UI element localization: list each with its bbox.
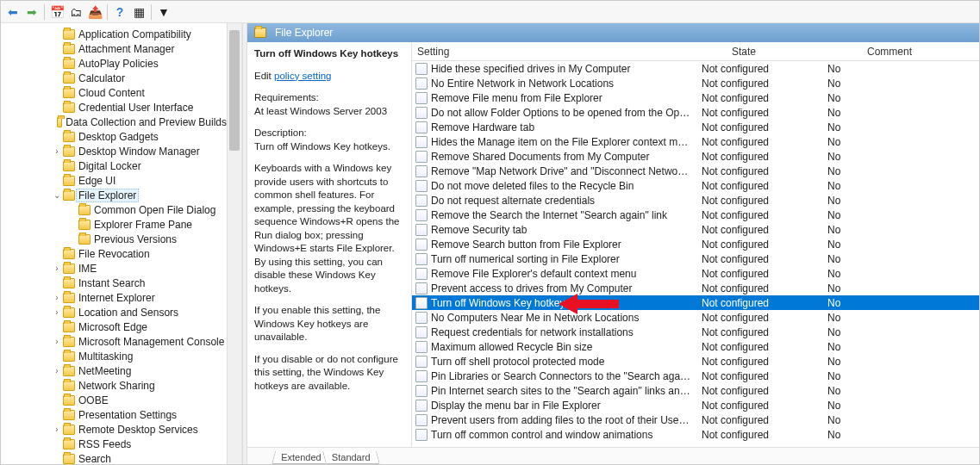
tree-item[interactable]: ·Desktop Gadgets: [53, 129, 227, 144]
scrollbar-thumb[interactable]: [229, 30, 240, 151]
tree-item[interactable]: ·Data Collection and Preview Builds: [53, 115, 227, 129]
content: Turn off Windows Key hotkeys Edit policy…: [247, 42, 979, 447]
col-setting[interactable]: Setting: [412, 46, 688, 58]
edit-policy-link[interactable]: policy setting: [274, 71, 331, 81]
settings-row[interactable]: Pin Internet search sites to the "Search…: [412, 383, 979, 398]
folder-icon: [63, 146, 75, 157]
tree-item[interactable]: ·Credential User Interface: [53, 100, 227, 115]
settings-row[interactable]: Remove Security tabNot configuredNo: [412, 222, 979, 237]
help-icon[interactable]: ?: [111, 3, 128, 21]
settings-row[interactable]: Remove Search button from File ExplorerN…: [412, 237, 979, 251]
tab-standard[interactable]: Standard: [322, 451, 380, 464]
chevron-right-icon[interactable]: ›: [53, 425, 61, 434]
policy-icon: [415, 107, 428, 119]
tree-item[interactable]: ›IME: [53, 261, 227, 276]
tree-item[interactable]: ›Microsoft Management Console: [53, 334, 227, 349]
setting-state: Not configured: [691, 356, 803, 368]
chevron-right-icon[interactable]: ›: [53, 366, 61, 375]
folder-icon: [63, 278, 75, 288]
chevron-right-icon[interactable]: ›: [53, 337, 61, 346]
setting-comment: No: [803, 165, 979, 177]
settings-row[interactable]: Request credentials for network installa…: [412, 325, 979, 339]
policy-icon: [415, 165, 428, 177]
tree-item[interactable]: ·Attachment Manager: [53, 41, 227, 56]
tree-item[interactable]: ·Edge UI: [53, 173, 227, 188]
policy-icon: [415, 268, 428, 280]
setting-state: Not configured: [691, 121, 803, 133]
settings-row[interactable]: Hide these specified drives in My Comput…: [412, 61, 979, 76]
settings-row[interactable]: Turn off shell protocol protected modeNo…: [412, 354, 979, 369]
tree-item[interactable]: ·File Revocation: [53, 246, 227, 261]
tree-item[interactable]: ·Cloud Content: [53, 85, 227, 100]
settings-row[interactable]: Remove the Search the Internet "Search a…: [412, 208, 979, 222]
tree-item[interactable]: ›Desktop Window Manager: [53, 144, 227, 158]
export-icon[interactable]: 📤: [86, 3, 103, 21]
tree-item[interactable]: ›Internet Explorer: [53, 290, 227, 305]
tree-item-label: Desktop Gadgets: [78, 131, 159, 143]
tree-item[interactable]: ·Application Compatibility: [53, 27, 227, 41]
col-comment[interactable]: Comment: [800, 46, 979, 58]
props-icon[interactable]: 🗂: [67, 3, 84, 21]
table-icon[interactable]: ▦: [130, 3, 147, 21]
tree-item[interactable]: ·Common Open File Dialog: [53, 202, 227, 217]
setting-comment: No: [803, 326, 979, 338]
settings-row[interactable]: No Entire Network in Network LocationsNo…: [412, 76, 979, 90]
setting-state: Not configured: [691, 165, 803, 177]
settings-row[interactable]: Remove Hardware tabNot configuredNo: [412, 120, 979, 134]
tree-item[interactable]: ⌄File Explorer: [53, 188, 227, 202]
tree-item[interactable]: ›NetMeeting: [53, 363, 227, 378]
settings-row[interactable]: Do not allow Folder Options to be opened…: [412, 105, 979, 120]
tree-item[interactable]: ·Instant Search: [53, 276, 227, 290]
chevron-right-icon[interactable]: ›: [53, 293, 61, 302]
tree-scrollbar[interactable]: [227, 23, 241, 464]
settings-row[interactable]: Pin Libraries or Search Connectors to th…: [412, 369, 979, 383]
filter-icon[interactable]: ▼: [155, 3, 172, 21]
setting-comment: No: [803, 63, 979, 75]
setting-title: Turn off Windows Key hotkeys: [254, 47, 404, 61]
tree-item[interactable]: ·Network Sharing: [53, 378, 227, 393]
settings-row[interactable]: Turn off numerical sorting in File Explo…: [412, 251, 979, 266]
back-icon[interactable]: ⬅: [4, 3, 22, 21]
tree-item[interactable]: ·Digital Locker: [53, 158, 227, 173]
settings-row[interactable]: Prevent access to drives from My Compute…: [412, 281, 979, 295]
chevron-right-icon[interactable]: ›: [53, 307, 61, 317]
tree-item[interactable]: ·Search: [53, 451, 227, 464]
settings-row[interactable]: Remove File menu from File ExplorerNot c…: [412, 90, 979, 105]
policy-icon: [415, 180, 428, 192]
settings-row[interactable]: No Computers Near Me in Network Location…: [412, 310, 979, 325]
settings-row[interactable]: Do not move deleted files to the Recycle…: [412, 178, 979, 193]
settings-row[interactable]: Remove "Map Network Drive" and "Disconne…: [412, 164, 979, 178]
setting-comment: No: [803, 253, 979, 265]
settings-row[interactable]: Display the menu bar in File ExplorerNot…: [412, 398, 979, 412]
forward-icon[interactable]: ➡: [23, 3, 41, 21]
tree-item[interactable]: ·Multitasking: [53, 349, 227, 363]
tab-extended[interactable]: Extended: [272, 451, 331, 464]
settings-row[interactable]: Do not request alternate credentialsNot …: [412, 193, 979, 208]
settings-list[interactable]: Hide these specified drives in My Comput…: [412, 61, 979, 447]
chevron-right-icon[interactable]: ›: [53, 264, 61, 273]
settings-row[interactable]: Maximum allowed Recycle Bin sizeNot conf…: [412, 339, 979, 354]
settings-row[interactable]: Turn off Windows Key hotkeysNot configur…: [412, 295, 979, 310]
settings-row[interactable]: Hides the Manage item on the File Explor…: [412, 134, 979, 149]
tree-item[interactable]: ·RSS Feeds: [53, 437, 227, 451]
setting-state: Not configured: [691, 370, 803, 382]
tree-item[interactable]: ›Location and Sensors: [53, 305, 227, 319]
settings-row[interactable]: Remove File Explorer's default context m…: [412, 266, 979, 281]
chevron-down-icon[interactable]: ⌄: [53, 190, 61, 200]
settings-row[interactable]: Prevent users from adding files to the r…: [412, 412, 979, 427]
tree-item-label: Search: [78, 453, 111, 465]
col-state[interactable]: State: [688, 46, 800, 58]
tree-item[interactable]: ·Presentation Settings: [53, 407, 227, 422]
tree-item[interactable]: ·Explorer Frame Pane: [53, 217, 227, 232]
tree-item[interactable]: ·AutoPlay Policies: [53, 56, 227, 71]
tree-item[interactable]: ›Remote Desktop Services: [53, 422, 227, 437]
nav-tree[interactable]: ·Application Compatibility·Attachment Ma…: [1, 23, 227, 464]
tree-item[interactable]: ·Calculator: [53, 71, 227, 85]
tree-item[interactable]: ·Microsoft Edge: [53, 319, 227, 334]
calendar-icon[interactable]: 📅: [48, 3, 66, 21]
chevron-right-icon[interactable]: ›: [53, 146, 61, 156]
tree-item[interactable]: ·Previous Versions: [53, 232, 227, 246]
tree-item[interactable]: ·OOBE: [53, 393, 227, 407]
settings-row[interactable]: Remove Shared Documents from My Computer…: [412, 149, 979, 164]
settings-row[interactable]: Turn off common control and window anima…: [412, 427, 979, 442]
